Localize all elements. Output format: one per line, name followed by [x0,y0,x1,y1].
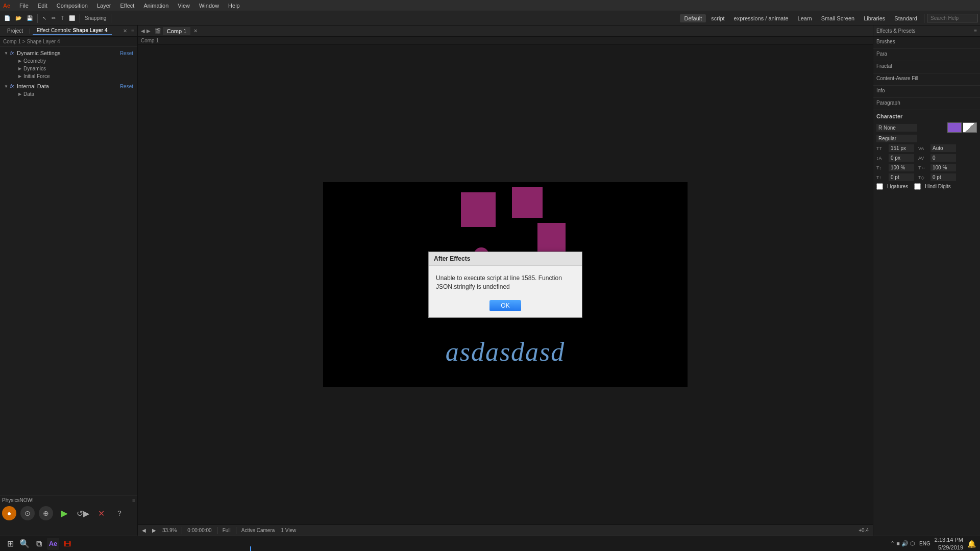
menu-layer[interactable]: Layer [93,2,115,10]
leading-input[interactable] [889,154,914,162]
physics-loop-btn[interactable]: ↺▶ [76,506,90,520]
font-style-input[interactable] [876,135,917,142]
taskbar-ae-icon[interactable]: 🎞 [61,538,74,550]
vert-scale-input[interactable] [889,164,914,171]
tab-project[interactable]: Project [3,27,27,35]
effect-data-row[interactable]: ▶ Data [2,90,135,98]
tracking-icon: AV [918,156,928,161]
effect-dynamics-row[interactable]: ▶ Dynamics [2,65,135,72]
taskbar-windows[interactable]: ⊞ [4,538,16,550]
character-panel: Character TT VA ↕A [873,110,980,536]
comp-close[interactable]: ✕ [193,28,198,34]
hindi-digits-checkbox[interactable] [914,183,921,190]
content-aware-title[interactable]: Content-Aware Fill [876,76,977,81]
menu-composition[interactable]: Composition [53,2,92,10]
baseline-input[interactable] [889,173,914,181]
vc-back[interactable]: ◀ [140,527,148,534]
color-swatch-bg[interactable] [963,122,977,133]
dialog-overlay: After Effects Unable to execute script a… [323,182,688,387]
physics-target-btn[interactable]: ⊙ [20,506,35,520]
brushes-title[interactable]: Brushes [876,39,977,44]
expand-arrow: ▼ [4,51,8,56]
search-help-input[interactable] [927,14,978,22]
effect-geometry-row[interactable]: ▶ Geometry [2,57,135,65]
horiz-scale-input[interactable] [930,164,956,171]
toolbar-save[interactable]: 💾 [24,14,35,22]
toolbar-sep-1 [37,14,38,23]
toolbar-shape[interactable]: ⬜ [67,14,77,22]
tsume-input[interactable] [930,173,956,181]
toolbar-select[interactable]: ↖ [40,14,48,22]
paragraph-title[interactable]: Paragraph [876,100,977,106]
physics-menu[interactable]: ≡ [132,497,135,503]
menu-view[interactable]: View [174,2,194,10]
comp-viewer: asdasdasd After Effects Unable to execut… [138,45,873,524]
workspace-learn[interactable]: Learn [794,14,816,22]
menu-effect[interactable]: Effect [116,2,138,10]
comp-nav-left[interactable]: ◀ ▶ [141,28,151,34]
taskbar-taskview[interactable]: ⧉ [33,538,45,550]
panel-menu[interactable]: ≡ [131,28,134,34]
fractal-title[interactable]: Fractal [876,63,977,69]
toolbar-snapping[interactable]: Snapping [83,14,108,22]
taskbar-after-effects[interactable]: Ae [47,538,59,550]
taskbar-time: 2:13:14 PM 5/29/2019 [935,536,963,551]
workspace-standard[interactable]: Standard [890,14,921,22]
panel-close[interactable]: ✕ [123,28,127,34]
toolbar-open[interactable]: 📂 [13,14,23,22]
menu-animation[interactable]: Animation [139,2,173,10]
workspace-small-screen[interactable]: Small Screen [817,14,859,22]
right-panel-menu[interactable]: ≡ [974,28,977,34]
effect-initial-force-row[interactable]: ▶ Initial Force [2,72,135,80]
vc-timecode[interactable]: 0:00:00:00 [185,527,213,534]
expand-tri: ▶ [18,66,21,71]
dialog-ok-button[interactable]: OK [489,300,521,311]
menu-file[interactable]: File [15,2,33,10]
right-fractal: Fractal [873,61,980,73]
baseline-icon: T↑ [876,175,887,180]
taskbar-right: ⌃ ■ 🔊 ⬡ ENG 2:13:14 PM 5/29/2019 🔔 [890,536,976,551]
workspace-libraries[interactable]: Libraries [860,14,889,22]
vc-camera[interactable]: Active Camera [239,527,277,534]
taskbar-search[interactable]: 🔍 [18,538,31,550]
playhead-ruler [250,546,251,552]
font-size-input[interactable] [889,144,914,152]
physics-circle-btn[interactable]: ● [2,506,16,520]
dialog-box: After Effects Unable to execute script a… [428,252,582,318]
data-label: Data [23,91,34,97]
workspace-script[interactable]: script [707,14,728,22]
menu-help[interactable]: Help [224,2,244,10]
toolbar-new[interactable]: 📄 [2,14,12,22]
char-baseline-row: T↑ T◇ [876,173,977,181]
tracking-input[interactable] [930,154,956,162]
comp-tab-comp1[interactable]: Comp 1 [163,27,191,35]
vc-forward[interactable]: ▶ [150,527,158,534]
effect-internal-header[interactable]: ▼ fx Internal Data Reset [2,82,135,90]
para-title[interactable]: Para [876,51,977,57]
physics-add-btn[interactable]: ⊕ [39,506,53,520]
physics-play-btn[interactable]: ▶ [57,506,71,520]
info-title[interactable]: Info [876,88,977,93]
vc-view[interactable]: 1 View [279,527,298,534]
toolbar-pen[interactable]: ✏ [50,14,58,22]
workspace-default[interactable]: Default [680,14,706,22]
fx-icon-2: fx [10,84,14,89]
color-swatch-fg[interactable] [947,122,962,133]
effect-dynamic-reset[interactable]: Reset [120,51,133,56]
menu-window[interactable]: Window [195,2,223,10]
effect-dynamic-header[interactable]: ▼ fx Dynamic Settings Reset [2,49,135,57]
vc-resolution[interactable]: Full [220,527,233,534]
physics-help-btn[interactable]: ? [112,506,127,520]
ligatures-label: Ligatures [887,184,908,189]
auto-kern-input[interactable] [930,144,956,152]
effect-internal-reset[interactable]: Reset [120,84,133,89]
toolbar-text[interactable]: T [59,14,66,22]
taskbar-notifications[interactable]: 🔔 [967,540,976,548]
vc-zoom[interactable]: 33.9% [160,527,179,534]
ligatures-checkbox[interactable] [876,183,883,190]
menu-edit[interactable]: Edit [34,2,52,10]
tab-effect-controls[interactable]: Effect Controls: Shape Layer 4 [33,27,112,35]
workspace-expressions[interactable]: expressions / animate [730,14,793,22]
font-name-input[interactable] [876,124,917,132]
physics-stop-btn[interactable]: ✕ [94,506,108,520]
